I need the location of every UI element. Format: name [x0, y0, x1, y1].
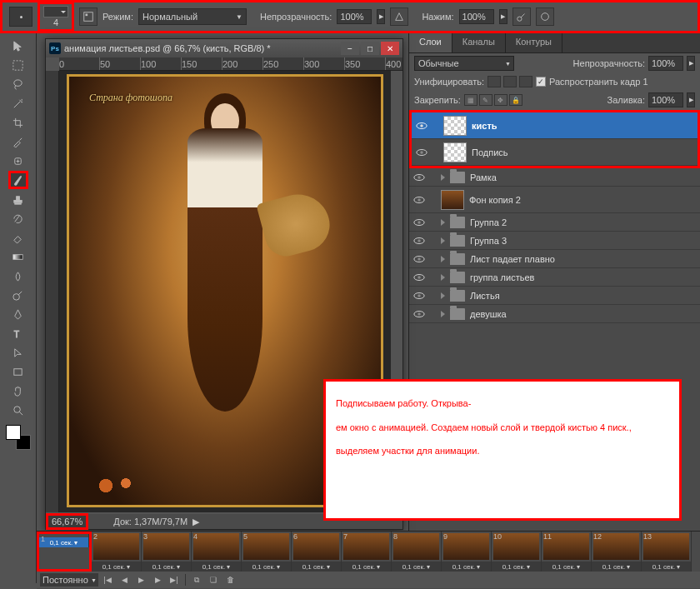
frame-delay[interactable]: 0,1 сек. ▾ [92, 562, 141, 572]
document-titlebar[interactable]: Ps анимация листьев.psd @ 66,7% (кисть, … [46, 39, 402, 57]
frame-delay[interactable]: 0,1 сек. ▾ [592, 562, 641, 572]
frame-delay[interactable]: 0,1 сек. ▾ [192, 562, 241, 572]
tool-crop[interactable] [8, 113, 28, 132]
tool-eraser[interactable] [8, 228, 28, 247]
frame-delay[interactable]: 0,1 сек. ▾ [142, 562, 191, 572]
window-close[interactable]: ✕ [381, 42, 399, 55]
tool-blur[interactable] [8, 267, 28, 285]
visibility-icon[interactable] [415, 146, 428, 159]
layer-row[interactable]: кисть [412, 112, 698, 139]
flow-input[interactable]: 100% [459, 9, 494, 24]
animation-frame[interactable]: 40,1 сек. ▾ [192, 532, 242, 572]
lock-all-icon[interactable]: 🔒 [509, 94, 522, 106]
visibility-icon[interactable] [412, 216, 426, 229]
layer-blend-dropdown[interactable]: Обычные [414, 56, 514, 71]
layer-row[interactable]: девушка [409, 305, 700, 323]
tab-paths[interactable]: Контуры [506, 33, 562, 52]
tab-channels[interactable]: Каналы [452, 33, 506, 52]
frame-delay[interactable]: 0,1 сек. ▾ [642, 562, 691, 572]
visibility-icon[interactable] [412, 171, 426, 184]
tool-pen[interactable] [8, 305, 28, 323]
frame-delay[interactable]: 0,1 сек. ▾ [242, 562, 291, 572]
animation-frame[interactable]: 10,1 сек. ▾ [39, 534, 89, 547]
expand-icon[interactable] [441, 219, 445, 226]
visibility-icon[interactable] [412, 252, 426, 266]
layer-opacity-arrow[interactable]: ▶ [687, 56, 695, 71]
fg-color[interactable] [6, 425, 21, 440]
opacity-popup-arrow[interactable]: ▶ [377, 9, 385, 24]
animation-frame[interactable]: 90,1 сек. ▾ [442, 532, 492, 572]
loop-dropdown[interactable]: Постоянно [40, 573, 98, 587]
brush-preview[interactable] [9, 7, 32, 27]
tool-wand[interactable] [8, 94, 28, 112]
last-frame-icon[interactable]: ▶| [167, 573, 182, 587]
animation-frame[interactable]: 130,1 сек. ▾ [642, 532, 692, 572]
animation-frame[interactable]: 110,1 сек. ▾ [542, 532, 592, 572]
expand-icon[interactable] [441, 311, 445, 317]
unify-position-icon[interactable] [488, 76, 501, 87]
tool-type[interactable]: T [8, 324, 28, 342]
expand-icon[interactable] [441, 274, 445, 281]
tool-path-select[interactable] [8, 343, 28, 362]
tool-move[interactable] [8, 37, 28, 55]
tool-brush[interactable] [8, 171, 28, 189]
pressure-opacity-icon[interactable] [390, 7, 408, 26]
tween-icon[interactable]: ⧉ [189, 573, 204, 587]
opacity-input[interactable]: 100% [337, 9, 372, 24]
frame-delay[interactable]: 0,1 сек. ▾ [39, 537, 88, 547]
zoom-value[interactable]: 66,67% [46, 513, 88, 530]
prev-frame-icon[interactable]: ◀ [117, 573, 132, 587]
propagate-checkbox[interactable]: ✓ [536, 77, 546, 87]
frame-delay[interactable]: 0,1 сек. ▾ [392, 562, 441, 572]
lock-transparency-icon[interactable]: ▦ [464, 94, 478, 106]
tool-history-brush[interactable] [8, 209, 28, 227]
lock-pixels-icon[interactable]: ✎ [479, 94, 492, 106]
animation-frame[interactable]: 60,1 сек. ▾ [292, 532, 342, 572]
tool-gradient[interactable] [8, 247, 28, 266]
animation-frame[interactable]: 30,1 сек. ▾ [142, 532, 192, 572]
expand-icon[interactable] [441, 292, 445, 299]
color-swatch[interactable] [6, 425, 31, 450]
visibility-icon[interactable] [412, 193, 426, 207]
visibility-icon[interactable] [412, 234, 426, 247]
animation-frame[interactable]: 20,1 сек. ▾ [92, 532, 142, 572]
layer-row[interactable]: Фон копия 2 [409, 187, 700, 213]
fill-input[interactable]: 100% [648, 92, 683, 107]
animation-frame[interactable]: 70,1 сек. ▾ [342, 532, 392, 572]
blend-mode-dropdown[interactable]: Нормальный [138, 8, 247, 25]
tool-hand[interactable] [8, 382, 28, 400]
layer-row[interactable]: Рамка [409, 168, 700, 187]
window-minimize[interactable]: − [341, 42, 359, 55]
lock-position-icon[interactable]: ✥ [494, 94, 508, 106]
visibility-icon[interactable] [412, 307, 426, 321]
tool-zoom[interactable] [8, 401, 28, 419]
new-frame-icon[interactable]: ❏ [206, 573, 221, 587]
layer-row[interactable]: группа листьев [409, 268, 700, 287]
frame-delay[interactable]: 0,1 сек. ▾ [342, 562, 391, 572]
layer-row[interactable]: Группа 3 [409, 232, 700, 250]
window-maximize[interactable]: □ [361, 42, 379, 55]
frame-delay[interactable]: 0,1 сек. ▾ [492, 562, 541, 572]
visibility-icon[interactable] [412, 289, 426, 302]
layer-row[interactable]: Группа 2 [409, 213, 700, 232]
tool-stamp[interactable] [8, 190, 28, 208]
frame-delay[interactable]: 0,1 сек. ▾ [442, 562, 491, 572]
frame-delay[interactable]: 0,1 сек. ▾ [292, 562, 341, 572]
delete-frame-icon[interactable]: 🗑 [222, 573, 238, 587]
animation-frame[interactable]: 100,1 сек. ▾ [492, 532, 542, 572]
layer-row[interactable]: Листья [409, 287, 700, 305]
pressure-size-icon[interactable] [536, 7, 554, 26]
animation-frame[interactable]: 50,1 сек. ▾ [242, 532, 292, 572]
layer-opacity-input[interactable]: 100% [648, 56, 683, 71]
visibility-icon[interactable] [412, 271, 426, 284]
fill-arrow[interactable]: ▶ [687, 92, 695, 107]
unify-visibility-icon[interactable] [503, 76, 517, 87]
expand-icon[interactable] [441, 237, 445, 244]
expand-icon[interactable] [441, 174, 445, 181]
animation-frame[interactable]: 120,1 сек. ▾ [592, 532, 642, 572]
tool-eyedropper[interactable] [8, 132, 28, 151]
layer-row[interactable]: Лист падает плавно [409, 250, 700, 268]
expand-icon[interactable] [441, 256, 445, 262]
status-arrow[interactable]: ▶ [192, 517, 199, 527]
layer-row[interactable]: Подпись [412, 139, 698, 166]
